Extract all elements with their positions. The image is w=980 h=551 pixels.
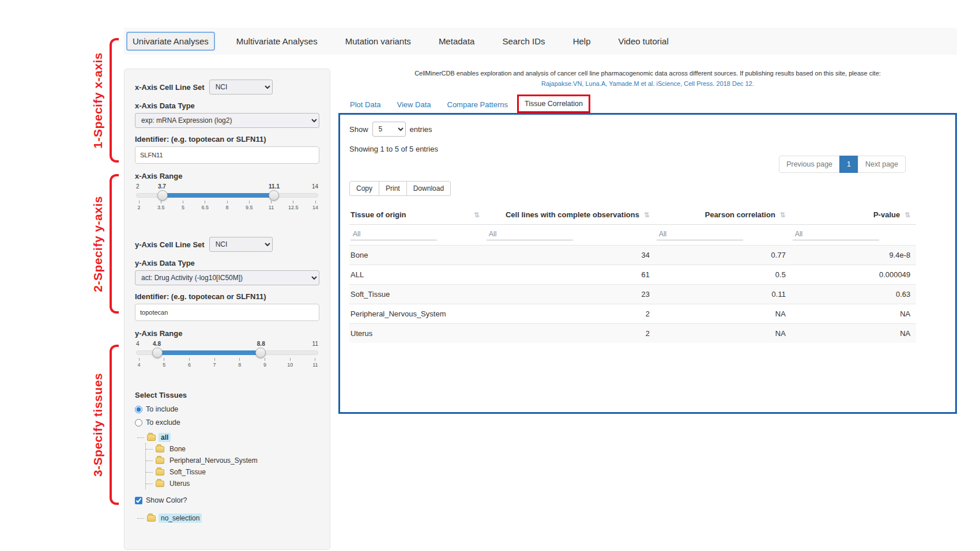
- export-buttons: Copy Print Download: [349, 181, 946, 196]
- main-content: CellMinerCDB enables exploration and ana…: [338, 69, 957, 414]
- x-range-slider[interactable]: 2 3.7 11.1 14 2 3.5 5 6.5 8 9.5: [136, 183, 318, 210]
- annotation-step1-bracket: [110, 38, 119, 163]
- x-range-min: 2: [136, 183, 140, 190]
- folder-icon: [147, 515, 156, 522]
- x-range-bar: [163, 193, 274, 198]
- tissue-cell: Bone: [349, 246, 485, 265]
- citation: CellMinerCDB enables exploration and ana…: [338, 69, 957, 89]
- table-row[interactable]: ALL 61 0.5 0.000049: [349, 265, 916, 285]
- citation-text: CellMinerCDB enables exploration and ana…: [414, 70, 881, 77]
- tree-node-uterus[interactable]: Uterus: [146, 478, 319, 489]
- show-label: Show: [349, 125, 368, 134]
- folder-icon: [147, 435, 156, 441]
- table-row[interactable]: Peripheral_Nervous_System 2 NA NA: [349, 304, 916, 324]
- column-header-pearson[interactable]: Pearson correlation ⇅: [655, 205, 791, 225]
- annotation-step3-bracket: [110, 345, 119, 505]
- nav-tab-search-ids[interactable]: Search IDs: [496, 32, 551, 51]
- x-data-type-select[interactable]: exp: mRNA Expression (log2): [135, 113, 319, 128]
- subtab-tissue-correlation[interactable]: Tissue Correlation: [517, 95, 590, 113]
- nav-tab-video-tutorial[interactable]: Video tutorial: [612, 32, 674, 51]
- x-identifier-input[interactable]: [135, 146, 319, 164]
- filter-pearson-input[interactable]: [657, 228, 743, 240]
- pagination: Previous page 1 Next page: [349, 156, 946, 173]
- pearson-cell: NA: [655, 304, 791, 324]
- table-row[interactable]: Soft_Tissue 23 0.11 0.63: [349, 285, 916, 304]
- entries-label: entries: [410, 125, 432, 134]
- sort-icon[interactable]: ⇅: [780, 211, 786, 219]
- table-row[interactable]: Bone 34 0.77 9.4e-8: [349, 246, 916, 265]
- x-range-handle-to[interactable]: [269, 190, 279, 201]
- sort-icon[interactable]: ⇅: [474, 211, 480, 219]
- y-identifier-label: Identifier: (e.g. topotecan or SLFN11): [135, 292, 319, 301]
- filter-tissue-input[interactable]: [350, 228, 437, 240]
- n-cell: 2: [485, 324, 655, 344]
- x-cell-line-select[interactable]: NCI: [209, 80, 273, 95]
- nav-tab-metadata[interactable]: Metadata: [432, 32, 481, 51]
- y-data-type-label: y-Axis Data Type: [135, 259, 319, 267]
- nav-tab-multivariate-analyses[interactable]: Multivariate Analyses: [230, 32, 324, 51]
- citation-link[interactable]: Rajapakse.VN, Luna.A, Yamade.M et al. iS…: [541, 80, 754, 87]
- y-identifier-input[interactable]: [135, 304, 319, 321]
- to-include-option[interactable]: To include: [135, 405, 319, 413]
- print-button[interactable]: Print: [379, 181, 407, 196]
- x-cell-line-label: x-Axis Cell Line Set: [135, 83, 205, 92]
- folder-icon: [156, 458, 164, 464]
- pearson-cell: NA: [655, 324, 791, 344]
- y-range-label: y-Axis Range: [135, 329, 319, 338]
- y-cell-line-select[interactable]: NCI: [209, 237, 273, 252]
- y-range-slider[interactable]: 4 4.8 8.8 11 4 5 6 7 8 9 10: [136, 341, 318, 368]
- table-row[interactable]: Uterus 2 NA NA: [349, 324, 916, 344]
- column-header-cell-lines[interactable]: Cell lines with complete observations ⇅: [485, 205, 655, 225]
- filter-pvalue-input[interactable]: [793, 228, 879, 240]
- show-color-option[interactable]: Show Color?: [135, 496, 319, 504]
- tissue-correlation-table: Tissue of origin ⇅ Cell lines with compl…: [349, 205, 916, 343]
- show-entries-select[interactable]: 5: [372, 122, 406, 137]
- page-1-button[interactable]: 1: [839, 156, 858, 173]
- download-button[interactable]: Download: [406, 181, 451, 196]
- tree-node-peripheral-nervous-system[interactable]: Peripheral_Nervous_System: [146, 455, 319, 466]
- subtab-compare-patterns[interactable]: Compare Patterns: [440, 96, 515, 113]
- nav-tab-univariate-analyses[interactable]: Univariate Analyses: [126, 32, 215, 51]
- y-range-handle-to[interactable]: [255, 348, 266, 358]
- nav-tab-help[interactable]: Help: [567, 32, 597, 51]
- entries-info: Showing 1 to 5 of 5 entries: [349, 145, 946, 153]
- to-exclude-option[interactable]: To exclude: [135, 418, 319, 427]
- x-data-type-label: x-Axis Data Type: [135, 101, 319, 110]
- annotation-step2-bracket: [110, 174, 119, 314]
- next-page-button[interactable]: Next page: [858, 156, 906, 173]
- x-range-ticks: 2 3.5 5 6.5 8 9.5 11 12.5 14: [136, 201, 318, 210]
- x-range-track: [136, 193, 318, 198]
- previous-page-button[interactable]: Previous page: [779, 156, 840, 173]
- subtab-view-data[interactable]: View Data: [390, 96, 438, 113]
- tree-node-all[interactable]: all: [137, 432, 319, 443]
- folder-icon: [156, 469, 164, 475]
- x-range-from-value: 3.7: [158, 183, 166, 190]
- y-data-type-select[interactable]: act: Drug Activity (-log10[IC50M]): [135, 270, 319, 285]
- nav-tab-mutation-variants[interactable]: Mutation variants: [339, 32, 417, 51]
- to-exclude-radio[interactable]: [135, 419, 142, 427]
- x-range-handle-from[interactable]: [157, 190, 168, 201]
- tissue-cell: Uterus: [349, 324, 485, 344]
- pvalue-cell: 0.63: [791, 285, 916, 304]
- tree-node-soft-tissue[interactable]: Soft_Tissue: [146, 466, 319, 478]
- sort-icon[interactable]: ⇅: [904, 211, 910, 219]
- select-tissues-title: Select Tissues: [135, 391, 319, 399]
- tree-node-no-selection[interactable]: no_selection: [137, 512, 319, 524]
- filter-cell-lines-input[interactable]: [487, 228, 573, 240]
- column-header-tissue[interactable]: Tissue of origin ⇅: [349, 205, 485, 225]
- y-range-handle-from[interactable]: [152, 348, 163, 358]
- tissue-correlation-panel: Show 5 entries Showing 1 to 5 of 5 entri…: [338, 113, 957, 414]
- annotation-step3: 3-Specify tissues: [51, 345, 119, 505]
- annotation-step3-label: 3-Specify tissues: [91, 373, 105, 477]
- tissue-tree: all Bone Peripheral_Nervous_System: [137, 432, 319, 489]
- column-header-pvalue[interactable]: P-value ⇅: [791, 205, 916, 225]
- show-color-checkbox[interactable]: [135, 497, 142, 504]
- to-include-radio[interactable]: [135, 406, 142, 413]
- sort-icon[interactable]: ⇅: [644, 211, 650, 219]
- subtab-plot-data[interactable]: Plot Data: [343, 96, 387, 113]
- annotation-step2: 2-Specify y-axis: [51, 174, 119, 314]
- pvalue-cell: 0.000049: [791, 265, 916, 285]
- tree-node-bone[interactable]: Bone: [146, 443, 319, 455]
- y-cell-line-label: y-Axis Cell Line Set: [135, 240, 205, 249]
- copy-button[interactable]: Copy: [349, 181, 379, 196]
